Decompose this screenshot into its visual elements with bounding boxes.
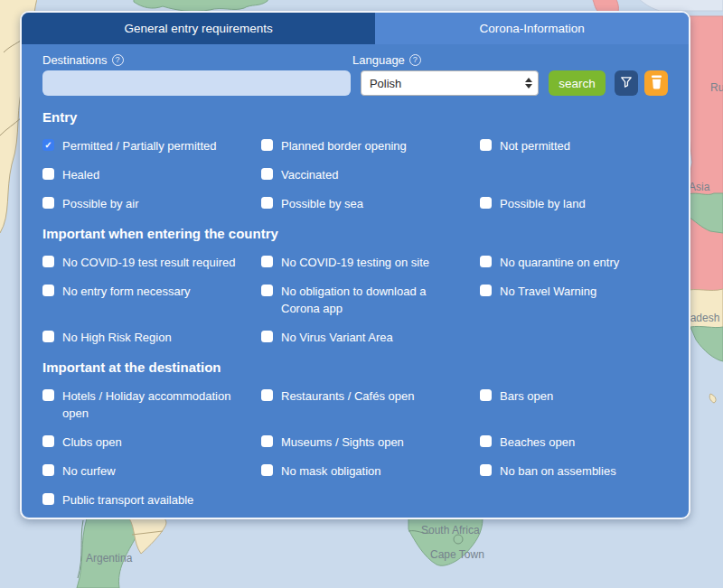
- checkbox-item: Possible by land: [480, 195, 668, 212]
- search-form: Destinations ? Language ? Polish search: [22, 44, 689, 96]
- checkbox[interactable]: [480, 389, 492, 401]
- checkbox[interactable]: [480, 435, 492, 447]
- checkbox-label: No COVID-19 test result required: [62, 254, 235, 271]
- language-help-icon[interactable]: ?: [409, 54, 421, 66]
- checkbox[interactable]: [261, 285, 273, 296]
- checkbox-item: No curfew: [42, 462, 261, 480]
- checkbox-row: Possible by air Possible by sea Possible…: [42, 195, 668, 212]
- checkbox[interactable]: [42, 464, 54, 476]
- checkbox-label: Bars open: [500, 387, 553, 405]
- checkbox-item: No mask obligation: [261, 462, 480, 480]
- corona-filter-panel: General entry requirements Corona-Inform…: [20, 11, 690, 519]
- checkbox-label: Beaches open: [500, 434, 575, 451]
- checkbox-label: Possible by land: [500, 195, 586, 212]
- checkbox-label: No Travel Warning: [500, 283, 596, 300]
- checkbox-row: No entry form necessary No obligation to…: [42, 283, 668, 317]
- checkbox-item: No COVID-19 testing on site: [261, 254, 480, 271]
- checkbox[interactable]: [261, 139, 273, 151]
- checkbox-item: No Virus Variant Area: [261, 329, 480, 346]
- language-selected-value: Polish: [370, 77, 525, 90]
- checkbox-row: No High Risk Region No Virus Variant Are…: [42, 329, 668, 346]
- checkbox[interactable]: [42, 493, 54, 505]
- checkbox-item: No obligation to download a Corona app: [261, 283, 480, 317]
- trash-icon: [650, 75, 663, 92]
- destinations-help-icon[interactable]: ?: [112, 54, 124, 66]
- checkbox[interactable]: [261, 197, 273, 209]
- map-label-russia: Russia: [710, 81, 723, 94]
- tab-general-entry-requirements[interactable]: General entry requirements: [22, 13, 375, 44]
- checkbox-item: Hotels / Holiday accommodation open: [42, 387, 261, 422]
- checkbox-item: Public transport available: [42, 491, 261, 509]
- checkbox-label: Possible by air: [62, 195, 139, 212]
- checkbox-row: Permitted / Partially permitted Planned …: [42, 137, 668, 154]
- checkbox[interactable]: [42, 389, 54, 401]
- map-label-argentina: Argentina: [86, 552, 132, 565]
- checkbox-label: Museums / Sights open: [281, 434, 404, 451]
- checkbox[interactable]: [42, 168, 54, 180]
- checkbox-label: Possible by sea: [281, 195, 363, 212]
- checkbox-item: Vaccinated: [261, 166, 480, 183]
- tab-corona-information[interactable]: Corona-Information: [375, 13, 689, 44]
- checkbox-label: No High Risk Region: [62, 329, 172, 346]
- checkbox[interactable]: [261, 331, 273, 342]
- checkbox-label: Planned border opening: [281, 137, 407, 154]
- checkbox-item: Beaches open: [480, 434, 668, 451]
- checkbox[interactable]: [480, 139, 492, 151]
- checkbox-label: Permitted / Partially permitted: [62, 137, 217, 154]
- destinations-input[interactable]: [42, 70, 351, 96]
- checkbox-label: No obligation to download a Corona app: [281, 283, 462, 317]
- funnel-icon: [619, 75, 634, 92]
- filter-button[interactable]: [615, 70, 638, 96]
- search-button[interactable]: search: [549, 70, 606, 96]
- checkbox-item: Not permitted: [480, 137, 668, 154]
- checkbox-label: Not permitted: [500, 137, 570, 154]
- checkbox-item: No ban on assemblies: [480, 462, 668, 480]
- checkbox[interactable]: [42, 256, 54, 267]
- checkbox[interactable]: [42, 285, 54, 296]
- checkbox-label: No Virus Variant Area: [281, 329, 393, 346]
- checkbox[interactable]: [261, 464, 273, 476]
- map-label-cape-town: Cape Town: [430, 548, 484, 561]
- checkbox[interactable]: [480, 285, 492, 296]
- checkbox-label: Clubs open: [62, 434, 122, 451]
- checkbox[interactable]: [480, 256, 492, 267]
- checkbox[interactable]: [261, 168, 273, 180]
- language-label: Language ?: [352, 53, 668, 67]
- section-title-entering: Important when entering the country: [42, 226, 668, 241]
- destinations-label: Destinations ?: [42, 53, 124, 67]
- checkbox-label: Healed: [62, 166, 99, 183]
- checkbox[interactable]: [261, 389, 273, 401]
- select-stepper-icon: [525, 78, 532, 89]
- checkbox[interactable]: [480, 197, 492, 209]
- checkbox-label: Vaccinated: [281, 166, 338, 183]
- checkbox[interactable]: [42, 435, 54, 447]
- map-label-asia: Asia: [689, 181, 709, 193]
- checkbox-item: No COVID-19 test result required: [42, 254, 261, 271]
- checkbox-item: Planned border opening: [261, 137, 480, 154]
- checkbox-row: Public transport available: [42, 491, 668, 509]
- checkbox-row: Clubs open Museums / Sights open Beaches…: [42, 434, 668, 451]
- checkbox-item: Clubs open: [42, 434, 261, 451]
- checkbox[interactable]: [261, 256, 273, 267]
- filter-sections: Entry Permitted / Partially permitted Pl…: [22, 109, 689, 509]
- section-title-entry: Entry: [42, 109, 668, 125]
- checkbox[interactable]: [42, 331, 54, 342]
- checkbox-label: Restaurants / Cafés open: [281, 387, 414, 405]
- map-label-south-africa: South Africa: [421, 524, 480, 537]
- checkbox[interactable]: [42, 197, 54, 209]
- checkbox[interactable]: [480, 464, 492, 476]
- checkbox[interactable]: [42, 139, 54, 151]
- checkbox[interactable]: [261, 435, 273, 447]
- checkbox-row: No COVID-19 test result required No COVI…: [42, 254, 668, 271]
- checkbox-label: No curfew: [62, 462, 116, 480]
- checkbox-item: No quarantine on entry: [480, 254, 668, 271]
- section-title-destination: Important at the destination: [42, 359, 668, 375]
- checkbox-item: Restaurants / Cafés open: [261, 387, 480, 422]
- tab-bar: General entry requirements Corona-Inform…: [22, 13, 689, 44]
- checkbox-label: Public transport available: [62, 491, 193, 509]
- language-select[interactable]: Polish: [361, 70, 539, 96]
- checkbox-label: Hotels / Holiday accommodation open: [62, 387, 243, 422]
- delete-button[interactable]: [644, 70, 668, 96]
- checkbox-label: No entry form necessary: [62, 283, 191, 300]
- checkbox-row: Healed Vaccinated: [42, 166, 668, 183]
